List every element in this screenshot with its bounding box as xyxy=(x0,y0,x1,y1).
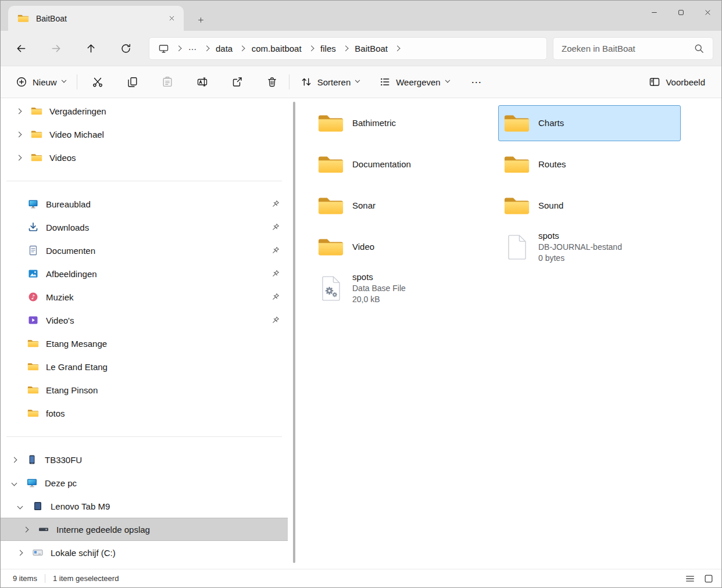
sidebar-item-vergaderingen[interactable]: Vergaderingen xyxy=(1,99,288,123)
search-input[interactable]: Zoeken in BaitBoat xyxy=(553,37,713,60)
sort-arrows-icon xyxy=(301,76,312,88)
chevron-right-icon[interactable] xyxy=(17,156,31,160)
item-name: spots xyxy=(352,271,406,283)
close-button[interactable] xyxy=(694,1,721,23)
share-icon xyxy=(231,76,243,88)
tab-baitboat[interactable]: BaitBoat xyxy=(8,6,184,31)
sidebar-item-afbeeldingen[interactable]: Afbeeldingen xyxy=(1,262,288,285)
paste-button[interactable] xyxy=(156,71,179,93)
forward-button[interactable] xyxy=(45,38,67,59)
share-button[interactable] xyxy=(226,71,249,93)
chevron-right-icon xyxy=(240,46,245,51)
pin-icon[interactable] xyxy=(270,199,280,209)
svg-text:♪: ♪ xyxy=(31,293,35,301)
scrollbar-thumb[interactable] xyxy=(293,102,295,563)
folder-tile-charts[interactable]: Charts xyxy=(498,105,681,141)
maximize-button[interactable] xyxy=(667,1,694,23)
chevron-down-icon xyxy=(445,78,449,83)
folder-tile-sound[interactable]: Sound xyxy=(498,188,681,224)
breadcrumb-com-baitboat[interactable]: com.baitboat xyxy=(246,40,307,58)
folder-icon xyxy=(503,112,530,135)
sidebar-item-label: Video's xyxy=(46,315,288,325)
chevron-down-icon[interactable] xyxy=(12,481,26,485)
folder-tile-routes[interactable]: Routes xyxy=(498,146,681,182)
preview-button[interactable]: Voorbeeld xyxy=(643,71,711,93)
details-view-button[interactable] xyxy=(682,571,698,586)
sidebar-item-bureaublad[interactable]: Bureaublad xyxy=(1,192,288,216)
rename-button[interactable] xyxy=(191,71,214,93)
back-button[interactable] xyxy=(10,38,32,59)
folder-name-block: Routes xyxy=(538,159,566,170)
delete-button[interactable] xyxy=(260,71,284,93)
chevron-right-icon[interactable] xyxy=(12,458,26,462)
file-info-block: spotsDB-JOURNAL-bestand0 bytes xyxy=(538,230,622,264)
pin-icon[interactable] xyxy=(270,269,280,279)
item-size: 0 bytes xyxy=(538,253,622,264)
sidebar-item-lenovo-tab-m9[interactable]: Lenovo Tab M9 xyxy=(1,494,288,518)
large-icons-view-button[interactable] xyxy=(700,571,717,586)
more-button[interactable]: … xyxy=(464,71,489,93)
new-button-label: Nieuw xyxy=(33,77,57,87)
chevron-right-icon[interactable] xyxy=(17,132,31,137)
file-tile-spots[interactable]: spotsDB-JOURNAL-bestand0 bytes xyxy=(498,229,681,265)
breadcrumb-device[interactable] xyxy=(153,40,174,58)
up-button[interactable] xyxy=(80,38,102,59)
sidebar-item-fotos[interactable]: fotos xyxy=(1,401,288,425)
explorer-window: BaitBoat … data com.baitboat files BaitB… xyxy=(0,0,722,588)
breadcrumb-data[interactable]: data xyxy=(210,40,238,58)
sidebar-item-etang-mesange[interactable]: Etang Mesange xyxy=(1,332,288,355)
new-tab-button[interactable] xyxy=(192,13,209,27)
file-tile-spots[interactable]: spotsData Base File20,0 kB xyxy=(312,270,495,306)
chevron-down-icon[interactable] xyxy=(18,504,32,508)
folder-icon xyxy=(27,384,39,396)
sidebar-item-videos[interactable]: Videos xyxy=(1,146,288,169)
window-controls xyxy=(641,1,721,23)
new-button[interactable]: Nieuw xyxy=(10,71,72,93)
copy-button[interactable] xyxy=(121,71,144,93)
sidebar-item-video-michael[interactable]: Video Michael xyxy=(1,123,288,146)
chevron-right-icon[interactable] xyxy=(24,528,38,532)
pin-icon[interactable] xyxy=(270,315,280,325)
folder-tile-sonar[interactable]: Sonar xyxy=(312,188,495,224)
chevron-right-icon xyxy=(203,46,209,51)
cut-button[interactable] xyxy=(86,71,109,93)
rename-icon xyxy=(196,76,208,88)
refresh-button[interactable] xyxy=(115,38,137,59)
sidebar-item-documenten[interactable]: Documenten xyxy=(1,239,288,262)
breadcrumb-baitboat[interactable]: BaitBoat xyxy=(349,40,393,58)
chevron-right-icon xyxy=(308,46,313,51)
folder-tile-bathimetric[interactable]: Bathimetric xyxy=(312,105,495,141)
folder-name-block: Video xyxy=(352,241,374,253)
forward-arrow-icon xyxy=(51,43,62,54)
chevron-right-icon[interactable] xyxy=(17,109,31,113)
sidebar-scrollbar[interactable] xyxy=(291,98,297,569)
tab-close-icon[interactable] xyxy=(164,11,179,26)
pin-icon[interactable] xyxy=(270,292,280,302)
breadcrumb-files[interactable]: files xyxy=(315,40,341,58)
sidebar-item-deze-pc[interactable]: Deze pc xyxy=(1,471,288,494)
breadcrumb-ellipsis[interactable]: … xyxy=(183,38,202,56)
sidebar-item-muziek[interactable]: ♪Muziek xyxy=(1,285,288,309)
sort-button[interactable]: Sorteren xyxy=(295,71,366,93)
folder-name-block: Charts xyxy=(538,117,564,129)
navigation-bar: … data com.baitboat files BaitBoat Zoeke… xyxy=(1,31,721,66)
sidebar-item-interne-gedeelde-opslag[interactable]: Interne gedeelde opslag xyxy=(1,518,288,541)
disk-icon xyxy=(32,547,44,558)
folder-tile-documentation[interactable]: Documentation xyxy=(312,146,495,182)
pin-icon[interactable] xyxy=(270,246,280,256)
sidebar-item-le-grand-etang[interactable]: Le Grand Etang xyxy=(1,355,288,378)
chevron-right-icon[interactable] xyxy=(18,551,32,555)
file-db-icon xyxy=(317,274,344,302)
sidebar-item-video-s[interactable]: Video's xyxy=(1,309,288,332)
sidebar-item-tb330fu[interactable]: TB330FU xyxy=(1,448,288,471)
sidebar-item-downloads[interactable]: Downloads xyxy=(1,216,288,239)
sidebar-item-lokale-schijf-c[interactable]: Lokale schijf (C:) xyxy=(1,541,288,564)
folder-name-block: Sonar xyxy=(352,200,376,211)
sidebar-item-etang-pinson[interactable]: Etang Pinson xyxy=(1,378,288,401)
pin-icon[interactable] xyxy=(270,223,280,232)
folder-name-block: Bathimetric xyxy=(352,117,396,129)
sidebar-item-label: Videos xyxy=(49,153,288,163)
minimize-button[interactable] xyxy=(641,1,667,23)
folder-tile-video[interactable]: Video xyxy=(312,229,495,265)
view-button[interactable]: Weergeven xyxy=(373,71,455,93)
